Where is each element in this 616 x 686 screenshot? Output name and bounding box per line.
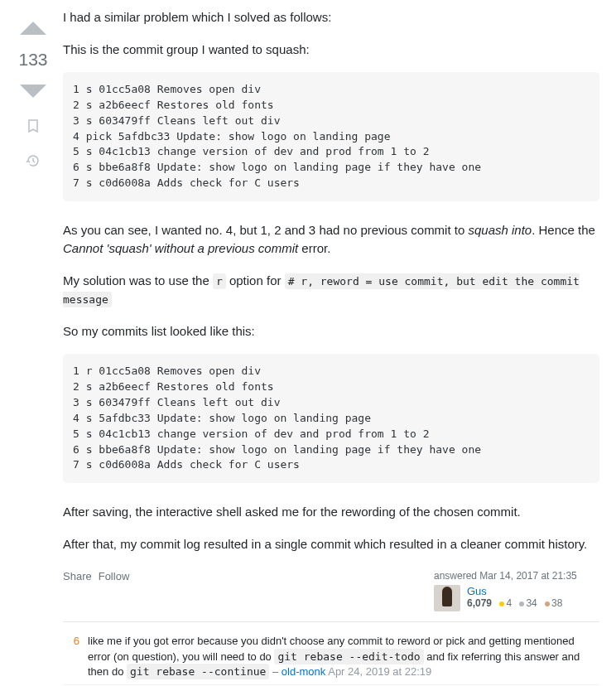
- paragraph: My solution was to use the r option for …: [63, 272, 599, 309]
- comments-list: 6 like me if you got error because you d…: [63, 621, 599, 686]
- paragraph: After that, my commit log resulted in a …: [63, 535, 599, 554]
- code-block: 1 r 01cc5a08 Removes open div 2 s a2b6ee…: [63, 354, 599, 483]
- user-name-link[interactable]: Gus: [467, 585, 562, 597]
- inline-code: r: [213, 273, 226, 289]
- avatar[interactable]: [434, 585, 460, 611]
- paragraph: I had a similar problem which I solved a…: [63, 8, 599, 27]
- vote-score: 133: [18, 46, 47, 73]
- silver-badge-icon: [519, 601, 524, 606]
- gold-badge-icon: [499, 601, 504, 606]
- history-icon[interactable]: [18, 146, 48, 176]
- downvote-button[interactable]: [18, 76, 48, 106]
- inline-code: git rebase --edit-todo: [274, 649, 423, 664]
- comment: 6 like me if you got error because you d…: [63, 629, 599, 685]
- comment-date: Apr 24, 2019 at 22:19: [328, 665, 431, 678]
- user-reputation: 6,079 4 34 38: [467, 597, 562, 609]
- paragraph: After saving, the interactive shell aske…: [63, 503, 599, 522]
- paragraph: As you can see, I wanted no. 4, but 1, 2…: [63, 221, 599, 258]
- user-card: answered Mar 14, 2017 at 21:35 Gus 6,079…: [434, 570, 599, 611]
- answer-body: I had a similar problem which I solved a…: [63, 8, 599, 686]
- follow-link[interactable]: Follow: [99, 570, 130, 582]
- vote-column: 133: [17, 8, 50, 686]
- code-block: 1 s 01cc5a08 Removes open div 2 s a2b6ee…: [63, 72, 599, 201]
- comment-score: 6: [63, 634, 81, 679]
- upvote-button[interactable]: [18, 13, 48, 43]
- paragraph: So my commits list looked like this:: [63, 322, 599, 341]
- answered-time: answered Mar 14, 2017 at 21:35: [434, 570, 599, 582]
- paragraph: This is the commit group I wanted to squ…: [63, 41, 599, 60]
- inline-code: git rebase --continue: [127, 664, 269, 679]
- comment-body: like me if you got error because you did…: [88, 634, 599, 679]
- share-link[interactable]: Share: [63, 570, 92, 582]
- comment-author-link[interactable]: old-monk: [282, 665, 325, 678]
- post-actions: Share Follow: [63, 570, 129, 582]
- bookmark-icon[interactable]: [18, 111, 48, 141]
- bronze-badge-icon: [545, 601, 550, 606]
